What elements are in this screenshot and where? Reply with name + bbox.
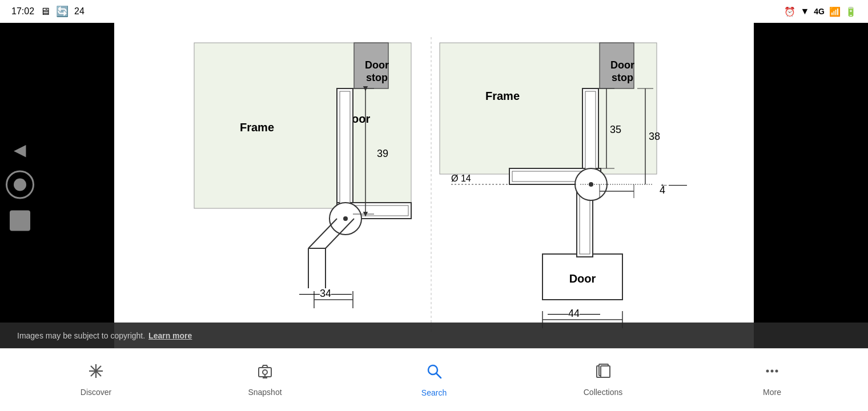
left-controls: ◀ [6, 140, 34, 231]
time-display: 17:02 [11, 6, 34, 17]
more-icon [764, 363, 780, 383]
wifi-icon: 🔄 [56, 5, 69, 18]
svg-rect-34 [585, 91, 596, 171]
record-inner [14, 179, 26, 191]
nav-item-more[interactable]: More [688, 357, 857, 402]
nav-item-collections[interactable]: Collections [519, 357, 688, 402]
discover-label: Discover [81, 388, 111, 397]
svg-text:Frame: Frame [240, 121, 274, 134]
svg-text:Ø 14: Ø 14 [451, 174, 471, 183]
svg-text:——44——: ——44—— [548, 308, 600, 319]
back-button[interactable]: ◀ [14, 140, 26, 159]
snapshot-label: Snapshot [248, 388, 282, 397]
svg-line-70 [436, 373, 441, 378]
status-right: ⏰ ▼ 4G 📶 🔋 [784, 6, 857, 17]
screen-record-icon: 🖥 [40, 6, 50, 18]
svg-point-66 [263, 370, 267, 374]
snapshot-icon [257, 363, 273, 383]
record-button[interactable] [6, 171, 34, 199]
search-icon [425, 362, 443, 384]
svg-text:——34——: ——34—— [299, 288, 352, 299]
svg-text:Door: Door [610, 59, 634, 71]
alarm-icon: ⏰ [784, 6, 795, 17]
svg-text:Frame: Frame [485, 90, 520, 102]
discover-icon [88, 363, 104, 383]
copyright-bar: Images may be subject to copyright. Lear… [0, 323, 868, 348]
signal-icon: 📶 [829, 6, 841, 17]
svg-text:38: 38 [649, 131, 660, 142]
search-label: Search [421, 388, 447, 397]
svg-point-74 [766, 370, 769, 373]
learn-more-link[interactable]: Learn more [148, 331, 192, 340]
nav-item-search[interactable]: Search [349, 357, 519, 403]
svg-text:35: 35 [610, 124, 621, 135]
svg-point-76 [775, 370, 778, 373]
notification-count: 24 [74, 6, 85, 17]
main-content: ◀ Door stop Frame [0, 23, 868, 348]
nav-item-snapshot[interactable]: Snapshot [180, 357, 349, 402]
network-icon: 4G [814, 7, 825, 16]
svg-text:Door: Door [569, 272, 596, 285]
more-label: More [763, 388, 781, 397]
stop-button[interactable] [10, 211, 30, 231]
right-panel [754, 23, 868, 348]
svg-text:39: 39 [377, 148, 388, 159]
svg-point-12 [343, 216, 348, 221]
svg-text:stop: stop [612, 72, 633, 83]
svg-text:Door: Door [365, 59, 389, 71]
svg-rect-73 [601, 366, 610, 377]
svg-point-75 [771, 370, 774, 373]
battery-icon: 🔋 [845, 6, 857, 17]
status-left: 17:02 🖥 🔄 24 [11, 5, 85, 18]
collections-icon [595, 363, 611, 383]
bottom-nav: Discover Snapshot Search [0, 348, 868, 411]
left-panel: ◀ [0, 23, 114, 348]
svg-rect-9 [340, 91, 350, 211]
wifi-signal-icon: ▼ [800, 6, 809, 17]
image-area: Door stop Frame Door [114, 23, 754, 348]
svg-text:←——: ←—— [660, 180, 687, 190]
nav-item-discover[interactable]: Discover [11, 357, 180, 402]
status-bar: 17:02 🖥 🔄 24 ⏰ ▼ 4G 📶 🔋 [0, 0, 868, 23]
svg-text:stop: stop [366, 72, 388, 83]
copyright-text: Images may be subject to copyright. [17, 331, 145, 340]
drawing-container: Door stop Frame Door [114, 23, 754, 348]
collections-label: Collections [584, 388, 622, 397]
technical-drawing: Door stop Frame Door [177, 37, 691, 334]
